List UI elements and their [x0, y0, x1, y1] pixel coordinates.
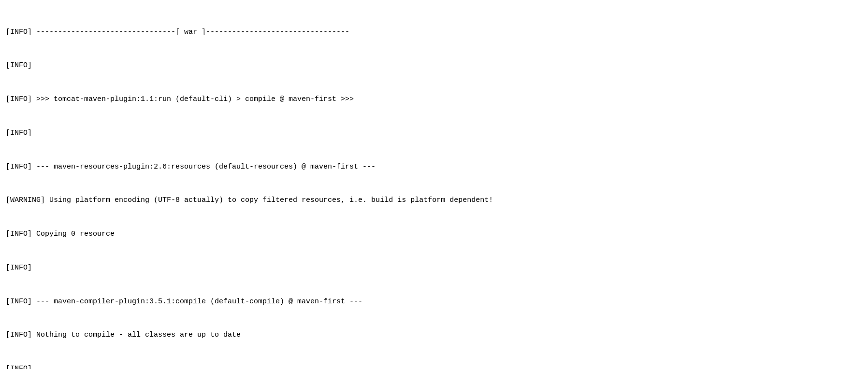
console-line: [INFO] --- maven-resources-plugin:2.6:re…	[6, 161, 862, 172]
console-line: [INFO] --------------------------------[…	[6, 27, 862, 38]
console-line: [INFO] Nothing to compile - all classes …	[6, 329, 862, 341]
console-output: [INFO] --------------------------------[…	[6, 4, 862, 369]
console-line: [INFO] --- maven-compiler-plugin:3.5.1:c…	[6, 296, 862, 307]
console-line: [INFO]	[6, 262, 862, 273]
console-line: [INFO]	[6, 128, 862, 139]
console-line: [INFO]	[6, 60, 862, 71]
console-line: [INFO]	[6, 363, 862, 369]
console-line: [WARNING] Using platform encoding (UTF-8…	[6, 195, 862, 206]
console-line: [INFO] >>> tomcat-maven-plugin:1.1:run (…	[6, 94, 862, 105]
console-line: [INFO] Copying 0 resource	[6, 228, 862, 240]
